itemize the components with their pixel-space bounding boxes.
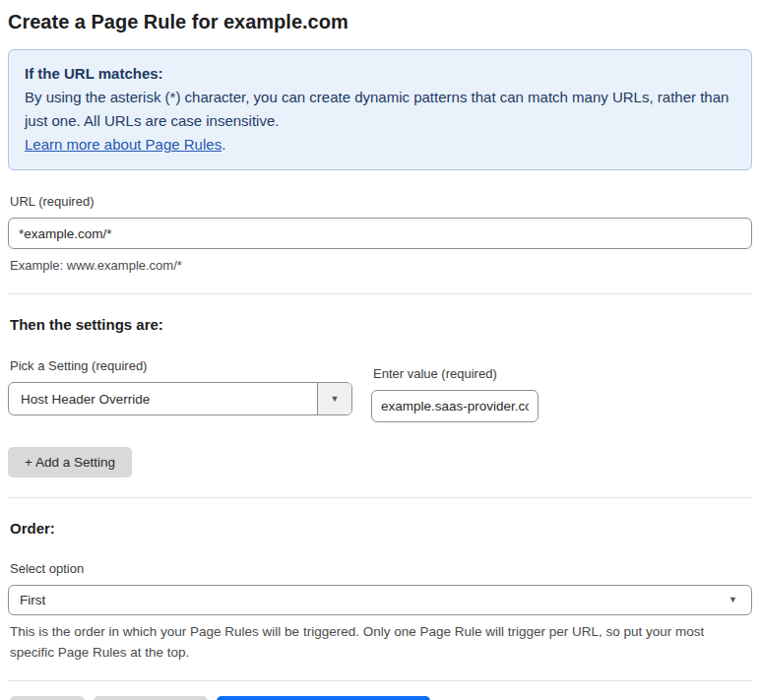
order-select-value: First — [9, 593, 728, 607]
page-rule-form: Create a Page Rule for example.com If th… — [0, 9, 760, 700]
add-setting-button[interactable]: + Add a Setting — [8, 447, 132, 477]
info-box-link-line: Learn more about Page Rules. — [25, 133, 735, 157]
setting-picker-column: Pick a Setting (required) Host Header Ov… — [8, 358, 352, 422]
divider — [8, 680, 752, 681]
info-box-heading: If the URL matches: — [25, 62, 735, 86]
setting-value-input[interactable] — [371, 390, 538, 422]
order-select-dropdown[interactable]: First ▼ — [8, 585, 752, 615]
save-as-draft-button[interactable]: Save as Draft — [94, 696, 208, 700]
setting-picker-arrow-button[interactable]: ▼ — [317, 383, 351, 414]
form-actions: Cancel Save as Draft Save and Deploy Pag… — [8, 696, 752, 700]
setting-value-column: Enter value (required) — [371, 366, 538, 422]
setting-picker-label: Pick a Setting (required) — [10, 358, 352, 374]
setting-picker-value: Host Header Override — [9, 392, 317, 407]
setting-value-label: Enter value (required) — [373, 366, 538, 382]
chevron-down-icon: ▼ — [331, 395, 340, 404]
url-field-label: URL (required) — [10, 194, 752, 210]
save-and-deploy-button[interactable]: Save and Deploy Page Rule — [217, 696, 431, 700]
settings-section-heading: Then the settings are: — [10, 315, 752, 334]
settings-row: Pick a Setting (required) Host Header Ov… — [8, 358, 752, 422]
cancel-button[interactable]: Cancel — [10, 696, 85, 700]
url-input[interactable] — [8, 218, 752, 249]
info-box-body: By using the asterisk (*) character, you… — [25, 86, 735, 133]
link-suffix: . — [222, 136, 225, 153]
order-section-heading: Order: — [10, 519, 752, 538]
setting-picker-dropdown[interactable]: Host Header Override ▼ — [8, 382, 352, 415]
page-title: Create a Page Rule for example.com — [8, 9, 752, 34]
learn-more-link[interactable]: Learn more about Page Rules — [25, 136, 222, 153]
chevron-down-icon: ▼ — [728, 596, 737, 605]
order-helper-text: This is the order in which your Page Rul… — [10, 621, 738, 663]
url-example-helper: Example: www.example.com/* — [10, 257, 752, 274]
order-select-label: Select option — [10, 561, 752, 577]
order-select-arrow: ▼ — [728, 596, 751, 605]
divider — [8, 293, 752, 294]
url-match-info-box: If the URL matches: By using the asteris… — [8, 49, 752, 170]
divider — [8, 497, 752, 498]
